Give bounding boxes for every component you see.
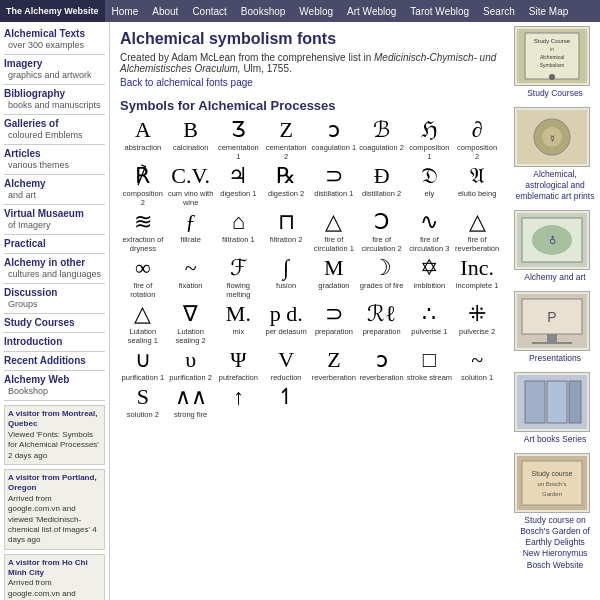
svg-text:Symbolism: Symbolism: [540, 62, 564, 68]
symbol-character: ≋: [134, 211, 152, 233]
symbol-character: Ψ: [230, 349, 246, 371]
symbol-label: flowing melting: [216, 281, 262, 299]
site-logo[interactable]: The Alchemy Website: [0, 0, 105, 22]
visitor-box-2: A visitor from Portland, Oregon Arrived …: [4, 469, 105, 550]
rs-link-study-course[interactable]: Study Courses: [514, 88, 596, 99]
rs-img-presentations: P: [514, 291, 590, 351]
symbol-character: A: [135, 119, 151, 141]
sidebar-imagery: Imagery graphics and artwork: [4, 58, 105, 80]
sidebar-title[interactable]: Virtual Musaeum: [4, 208, 105, 219]
nav-sitemap[interactable]: Site Map: [522, 0, 575, 22]
symbol-character: ↄ: [328, 119, 340, 141]
sidebar-title[interactable]: Practical: [4, 238, 105, 249]
rs-img-bosch: Study course on Bosch's Garden: [514, 453, 590, 513]
symbol-character: ⊃: [325, 165, 343, 187]
nav-tarot[interactable]: Tarot Weblog: [403, 0, 476, 22]
symbol-character: Inc.: [460, 257, 494, 279]
symbol-character: Ð: [374, 165, 390, 187]
symbol-cell: ƒfiltrate: [168, 211, 214, 253]
symbol-cell: ∧∧strong fire: [168, 386, 214, 419]
page-title: Alchemical symbolism fonts: [120, 30, 500, 48]
symbol-cell: ∪purification 1: [120, 349, 166, 382]
symbol-label: preparation: [363, 327, 401, 336]
symbol-cell: ~fixation: [168, 257, 214, 299]
symbol-label: fixation: [179, 281, 203, 290]
rs-link-art-prints[interactable]: Alchemical, astrological and emblematic …: [514, 169, 596, 202]
symbol-character: ✡: [420, 257, 438, 279]
svg-rect-19: [532, 342, 572, 344]
rs-link-presentations[interactable]: Presentations: [514, 353, 596, 364]
symbol-label: filtrate: [180, 235, 200, 244]
symbol-character: C.V.: [171, 165, 210, 187]
rs-link-art-books[interactable]: Art books Series: [514, 434, 596, 445]
sidebar-title[interactable]: Study Courses: [4, 317, 105, 328]
symbol-cell: ∂composition 2: [454, 119, 500, 161]
sidebar-articles: Articles various themes: [4, 148, 105, 170]
symbol-label: grades of fire: [360, 281, 404, 290]
symbol-character: ↑: [233, 386, 244, 408]
svg-text:Study Course: Study Course: [534, 38, 571, 44]
symbol-character: ⁜: [468, 303, 486, 325]
rs-img-art-books: [514, 372, 590, 432]
symbol-character: ~: [185, 257, 197, 279]
rs-link-alchemy-art[interactable]: Alchemy and art: [514, 272, 596, 283]
symbol-character: Ʒ: [231, 119, 246, 141]
rs-img-art-prints: ☿: [514, 107, 590, 167]
svg-text:Alchemical: Alchemical: [540, 54, 564, 60]
symbol-label: digestion 1: [220, 189, 256, 198]
sidebar-title[interactable]: Imagery: [4, 58, 105, 69]
sidebar-title[interactable]: Articles: [4, 148, 105, 159]
sidebar-sub: cultures and languages: [4, 269, 105, 279]
symbol-cell: ℱflowing melting: [216, 257, 262, 299]
symbol-label: fusion: [276, 281, 296, 290]
nav-art-weblog[interactable]: Art Weblog: [340, 0, 403, 22]
sidebar-title[interactable]: Alchemy Web: [4, 374, 105, 385]
symbol-character: ∿: [420, 211, 438, 233]
sidebar-sub: graphics and artwork: [4, 70, 105, 80]
symbol-cell: p d.per delasum: [263, 303, 309, 345]
symbol-label: cementation 1: [216, 143, 262, 161]
rs-link-bosch[interactable]: Study course on Bosch's Garden of Earthl…: [514, 515, 596, 570]
sidebar-title[interactable]: Introduction: [4, 336, 105, 347]
symbol-label: composition 1: [407, 143, 453, 161]
sidebar-title[interactable]: Recent Additions: [4, 355, 105, 366]
symbol-cell: ∴pulverise 1: [407, 303, 453, 345]
symbol-grid: AabstractionBcalcinationƷcementation 1Zc…: [120, 119, 500, 419]
symbol-cell: υpurification 2: [168, 349, 214, 382]
symbol-cell: Ψputrefaction: [216, 349, 262, 382]
symbol-cell: △fire of reverberation: [454, 211, 500, 253]
back-link[interactable]: Back to alchemical fonts page: [120, 77, 253, 88]
nav-home[interactable]: Home: [105, 0, 146, 22]
symbol-character: ℟: [135, 165, 150, 187]
symbol-label: filtration 2: [270, 235, 303, 244]
symbol-label: imbibition: [414, 281, 446, 290]
nav-bookshop[interactable]: Bookshop: [234, 0, 292, 22]
nav-search[interactable]: Search: [476, 0, 522, 22]
symbol-label: pulverise 2: [459, 327, 495, 336]
sidebar-title[interactable]: Bibliography: [4, 88, 105, 99]
symbol-cell: C.V.cum vino with wine: [168, 165, 214, 207]
nav-about[interactable]: About: [145, 0, 185, 22]
rs-bosch: Study course on Bosch's Garden Study cou…: [514, 453, 596, 570]
symbol-label: stroke stream: [407, 373, 452, 382]
symbol-character: ℛℓ: [367, 303, 396, 325]
sidebar-title[interactable]: Alchemy in other: [4, 257, 105, 268]
symbol-label: fire of circulation 2: [359, 235, 405, 253]
nav-weblog[interactable]: Weblog: [292, 0, 340, 22]
symbol-character: ∂: [472, 119, 483, 141]
svg-text:on Bosch's: on Bosch's: [537, 481, 566, 487]
sidebar-title[interactable]: Alchemy: [4, 178, 105, 189]
section-heading: Symbols for Alchemical Processes: [120, 98, 500, 113]
sidebar-title[interactable]: Alchemical Texts: [4, 28, 105, 39]
symbol-label: fire of circulation 3: [407, 235, 453, 253]
symbol-character: ∴: [422, 303, 436, 325]
rs-art-books: Art books Series: [514, 372, 596, 445]
sidebar-title[interactable]: Galleries of: [4, 118, 105, 129]
symbol-label: fire of rotation: [120, 281, 166, 299]
symbol-character: ∞: [135, 257, 151, 279]
svg-rect-23: [569, 381, 581, 423]
sidebar-title[interactable]: Discussion: [4, 287, 105, 298]
nav-contact[interactable]: Contact: [185, 0, 233, 22]
symbol-cell: ℛℓpreparation: [359, 303, 405, 345]
symbol-label: preparation: [315, 327, 353, 336]
